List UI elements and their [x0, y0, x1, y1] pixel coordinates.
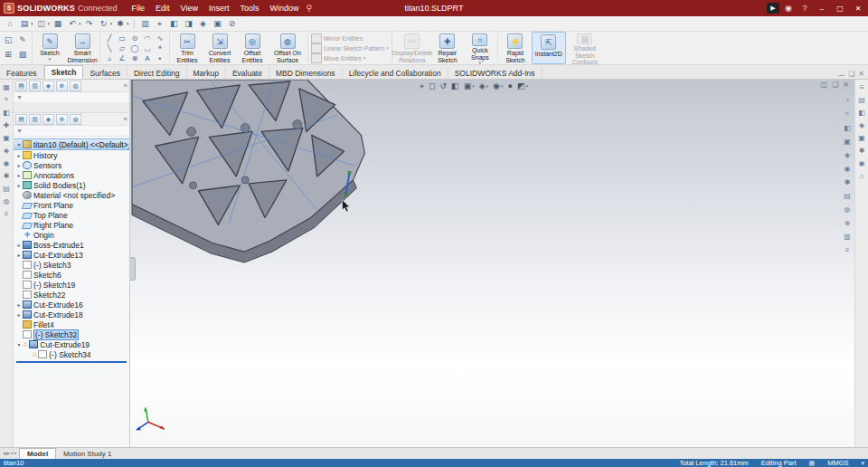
right-toolbar-icon[interactable]: ◧	[843, 123, 852, 132]
tab-features[interactable]: Features	[0, 67, 44, 79]
print-icon[interactable]: ▦	[52, 18, 64, 30]
left-toolbar-icon[interactable]: ≡	[2, 209, 11, 218]
tree-item-cut-extrude18[interactable]: ▸ Cut-Extrude18	[14, 310, 129, 319]
custom-properties-icon[interactable]: ✱	[857, 146, 866, 155]
linear-pattern-caret-icon[interactable]: ▾	[386, 45, 389, 51]
tab-scroll-controls[interactable]: ◂ ▸ ▪ ▪	[3, 450, 16, 457]
graphics-viewport[interactable]: ⌖ ◻ ↺ ◧ ▣▾ ◈▾ ◉▾ ● ◩▾ ◫ ❏ ✕ ◔ ⌗ ◧ ▣	[130, 80, 854, 447]
tab-lifecycle-collaboration[interactable]: Lifecycle and Collaboration	[343, 67, 448, 79]
ribbon-restore-icon[interactable]: ❏	[848, 70, 854, 78]
save-caret-icon[interactable]: ▾	[48, 21, 51, 26]
expander-icon[interactable]: ▸	[15, 172, 23, 178]
grid-snap-icon[interactable]: ⊞	[2, 48, 14, 60]
left-toolbar-icon[interactable]: ▤	[2, 184, 11, 193]
display-delete-relations-button[interactable]: ⚯ Display/Delete Relations	[393, 32, 431, 64]
expander-icon[interactable]: ▸	[15, 301, 23, 308]
select-icon[interactable]: ⌖	[154, 18, 166, 30]
file-explorer-icon[interactable]: ◧	[857, 108, 866, 117]
expander-icon[interactable]: ▸	[15, 252, 23, 258]
save-icon[interactable]: ◫	[35, 18, 48, 30]
fillet-tool-icon[interactable]: ◡	[141, 43, 154, 53]
expander-icon[interactable]: ▸	[15, 242, 23, 248]
appearances-scenes-icon[interactable]: ▣	[857, 133, 866, 142]
3dexperience-icon[interactable]: ▶	[767, 3, 779, 14]
left-toolbar-icon[interactable]: ▦	[2, 82, 11, 91]
file-properties-icon[interactable]: ▥	[139, 18, 152, 30]
tree-item-cut-extrude13[interactable]: ▸ Cut-Extrude13	[14, 250, 129, 260]
model-canvas[interactable]	[130, 80, 854, 447]
expander-icon[interactable]: ▸	[15, 311, 23, 318]
line-tool-icon[interactable]: ╱	[103, 33, 116, 43]
tree-item-annotations[interactable]: ▸ Annotations	[14, 170, 129, 180]
display-style-icon[interactable]: ◈▾	[477, 81, 490, 91]
undo-icon[interactable]: ↶	[66, 18, 79, 30]
panel-splitter-handle[interactable]	[130, 257, 136, 281]
close-button[interactable]: ✕	[850, 2, 866, 14]
tree-item-right-plane[interactable]: Right Plane	[14, 220, 129, 230]
tab-model[interactable]: Model	[19, 448, 56, 459]
tab-evaluate[interactable]: Evaluate	[226, 67, 269, 79]
offset-on-surface-button[interactable]: ◍ Offset On Surface	[269, 32, 307, 64]
left-toolbar-icon[interactable]: ◍	[2, 196, 11, 205]
help-icon[interactable]: ?	[797, 2, 812, 14]
menu-insert[interactable]: Insert	[203, 4, 235, 13]
featuremanager-tree-icon[interactable]: ▤	[15, 81, 27, 91]
featuremanager-tree-icon[interactable]: ▤	[15, 114, 27, 125]
tree-item-root[interactable]: ▾ titan10 (Default) <<Default>_Dis...	[14, 138, 129, 150]
right-toolbar-icon[interactable]: ◉	[843, 164, 852, 173]
tree-item-fillet4[interactable]: Fillet4	[14, 319, 129, 329]
viewport-close-icon[interactable]: ✕	[843, 81, 849, 89]
parallelogram-tool-icon[interactable]: ▱	[116, 43, 128, 53]
tab-direct-editing[interactable]: Direct Editing	[127, 67, 187, 79]
circle-tool-icon[interactable]: ⊙	[128, 33, 141, 43]
sketch-button[interactable]: ✎ Sketch ▾	[33, 32, 66, 64]
rebuild-caret-icon[interactable]: ▾	[110, 21, 113, 26]
menu-window[interactable]: Window	[264, 4, 304, 13]
zoom-to-area-icon[interactable]: ◻	[427, 81, 437, 91]
link-icon[interactable]: ⊘	[226, 18, 239, 30]
expander-icon[interactable]: ▸	[15, 152, 23, 158]
tree-item-material[interactable]: Material <not specified>	[14, 190, 129, 200]
rectangle-tool-icon[interactable]: ▭	[116, 33, 128, 43]
section-icon[interactable]: ◨	[183, 18, 195, 30]
status-units[interactable]: MMGS	[827, 459, 848, 467]
display-manager-icon[interactable]: ◍	[70, 81, 81, 91]
tab-split-icon[interactable]: ▪	[14, 450, 16, 457]
tree-item-history[interactable]: ▸ History	[14, 150, 129, 160]
tree-filter-row[interactable]: ▼	[14, 126, 129, 137]
menu-view[interactable]: View	[175, 4, 203, 13]
pin-menu-icon[interactable]: ⚲	[306, 4, 312, 13]
linear-sketch-pattern-button[interactable]: Linear Sketch Pattern ▾	[311, 43, 389, 52]
tree-item-sketch34[interactable]: ⚠ (-) Sketch34	[14, 349, 129, 359]
instant2d-button[interactable]: ⇱ Instant2D	[532, 32, 566, 64]
view-settings-icon[interactable]: ◩▾	[515, 81, 530, 91]
undo-caret-icon[interactable]: ▾	[79, 21, 81, 26]
viewport-restore-icon[interactable]: ❏	[832, 81, 838, 89]
mirror-entities-button[interactable]: Mirror Entities	[311, 33, 389, 43]
tab-motion-study-1[interactable]: Motion Study 1	[56, 449, 118, 459]
arc-tool-icon[interactable]: ◠	[141, 33, 154, 43]
measure-icon[interactable]: ◧	[168, 18, 181, 30]
tree-item-sketch19[interactable]: (-) Sketch19	[14, 280, 129, 290]
ribbon-close-icon[interactable]: ✕	[858, 70, 864, 78]
tab-sketch[interactable]: Sketch	[44, 65, 84, 79]
quick-snaps-caret-icon[interactable]: ▾	[479, 61, 482, 64]
shaded-sketch-contours-button[interactable]: ▩ Shaded Sketch Contours	[566, 32, 604, 64]
tree-item-cut-extrude19[interactable]: ▾ ⚠ Cut-Extrude19	[14, 339, 129, 349]
maximize-button[interactable]: ▢	[832, 2, 848, 14]
repair-sketch-button[interactable]: ✚ Repair Sketch	[431, 32, 464, 64]
forum-icon[interactable]: ◉	[857, 158, 866, 167]
right-toolbar-icon[interactable]: ▣	[843, 137, 852, 146]
status-grid-icon[interactable]: ▦	[809, 460, 816, 467]
tab-mbd-dimensions[interactable]: MBD Dimensions	[269, 67, 343, 79]
menu-tools[interactable]: Tools	[234, 4, 264, 13]
fm-tabs-overflow-icon[interactable]: »	[124, 81, 127, 90]
display-manager-icon[interactable]: ◍	[70, 114, 81, 125]
expander-icon[interactable]: ▸	[15, 182, 23, 188]
property-manager-icon[interactable]: ▥	[29, 114, 41, 125]
tab-list-icon[interactable]: ▪	[11, 450, 13, 457]
expander-icon[interactable]: ▸	[15, 162, 23, 168]
right-toolbar-icon[interactable]: ⊕	[843, 218, 852, 227]
rebuild-icon[interactable]: ↻	[98, 18, 110, 30]
solidworks-resources-icon[interactable]: ≡	[857, 82, 866, 91]
